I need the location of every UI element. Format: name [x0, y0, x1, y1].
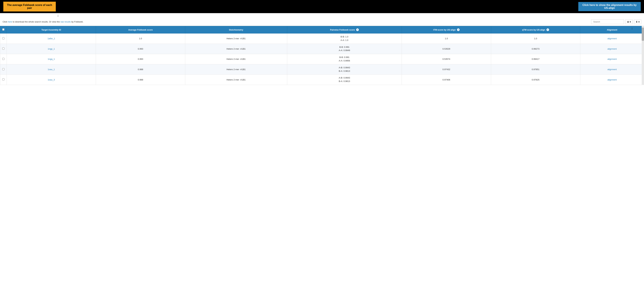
cell-stoich: Hetero 2-mer -A1B1 [185, 34, 287, 44]
download-icon: ⬇ [636, 20, 638, 23]
table-row: 1ngq_1 0.993 Hetero 2-mer -A1B1 B-B: 0.9… [0, 54, 644, 64]
grid-icon: ⊞ [627, 20, 629, 23]
cell-id: 1ngq_1 [7, 54, 96, 64]
cell-qtm: 0.97851 [491, 64, 580, 74]
arrow-to-avg: ↓ [57, 14, 59, 17]
header-stoich: Stoichiometry [185, 26, 287, 34]
cell-ttm: 0.97406 [402, 74, 491, 85]
cell-ttm: 1.0 [402, 34, 491, 44]
row-checkbox[interactable] [2, 48, 4, 50]
target-id-link[interactable]: 1ngq_1 [48, 58, 55, 60]
alignment-link[interactable]: alignment [608, 37, 616, 40]
tooltip-yellow: The average Foldseek score of each pair [3, 2, 56, 12]
download-button[interactable]: ⬇ ▾ [634, 20, 641, 24]
cell-avg: 0.988 [96, 74, 185, 85]
table-body: 1a6w_1 1.0 Hetero 2-mer -A1B1 B-B: 1.0 A… [0, 34, 644, 85]
header-checkbox [0, 26, 7, 34]
download-link[interactable]: here [8, 20, 12, 23]
cell-qtm: 0.99417 [491, 54, 580, 64]
header-alignment: Alignment [580, 26, 644, 34]
cell-stoich: Hetero 2-mer -A1B1 [185, 54, 287, 64]
search-input[interactable] [591, 20, 624, 24]
cell-id: 1oau_3 [7, 74, 96, 85]
chevron-down-icon: ▾ [630, 20, 631, 23]
header-avg-score: Average Foldseek score [96, 26, 185, 34]
pairwise-line2: A-A: 0.9949 [289, 49, 400, 52]
cell-alignment: alignment [580, 64, 644, 74]
cell-pairwise: A-B: 0.9943 B-A: 0.9813 [287, 74, 402, 85]
cell-avg: 0.988 [96, 64, 185, 74]
alignment-link[interactable]: alignment [608, 48, 616, 50]
pairwise-line1: B-B: 0.991 [289, 46, 400, 49]
cell-avg: 0.993 [96, 44, 185, 54]
pairwise-line1: A-B: 0.9943 [289, 66, 400, 70]
pairwise-line2: B-A: 0.9813 [289, 80, 400, 83]
cell-pairwise: B-B: 0.991 A-A: 0.9949 [287, 44, 402, 54]
toolbar-controls: ⊞ ▾ ⬇ ▾ [591, 20, 641, 24]
row-checkbox-cell [0, 34, 7, 44]
cell-ttm: 0.53574 [402, 54, 491, 64]
toolbar-info: Click here to download the whole search … [3, 20, 84, 23]
cell-stoich: Hetero 2-mer -A1B1 [185, 44, 287, 54]
grid-view-button[interactable]: ⊞ ▾ [625, 20, 633, 24]
table-row: 1ngp_1 0.993 Hetero 2-mer -A1B1 B-B: 0.9… [0, 44, 644, 54]
target-id-link[interactable]: 1oau_1 [48, 68, 55, 70]
pairwise-line1: A-B: 0.9943 [289, 76, 400, 80]
row-checkbox[interactable] [2, 58, 4, 60]
table-row: 1a6w_1 1.0 Hetero 2-mer -A1B1 B-B: 1.0 A… [0, 34, 644, 44]
row-checkbox[interactable] [2, 78, 4, 80]
table-header: Target Assembly ID Average Foldseek scor… [0, 26, 644, 34]
header-qtm: qTM-score by US-align ? [491, 26, 580, 34]
row-checkbox-cell [0, 64, 7, 74]
results-table-container: Target Assembly ID Average Foldseek scor… [0, 26, 644, 85]
qtm-help-icon[interactable]: ? [546, 28, 549, 31]
target-id-link[interactable]: 1oau_3 [48, 78, 55, 81]
header-ttm: tTM-score by US-align ? [402, 26, 491, 34]
ttm-help-icon[interactable]: ? [457, 28, 460, 31]
cell-alignment: alignment [580, 44, 644, 54]
cell-id: 1ngp_1 [7, 44, 96, 54]
cell-avg: 1.0 [96, 34, 185, 44]
cell-qtm: 0.97825 [491, 74, 580, 85]
header-target-id: Target Assembly ID [7, 26, 96, 34]
cell-id: 1oau_1 [7, 64, 96, 74]
header-pairwise: Pairwise Foldseek score ? [287, 26, 402, 34]
cell-stoich: Hetero 2-mer -A1B1 [185, 74, 287, 85]
top-bar: The average Foldseek score of each pair … [0, 0, 644, 13]
row-checkbox[interactable] [2, 37, 4, 40]
pairwise-line1: B-B: 0.991 [289, 56, 400, 59]
scrollbar-track[interactable] [642, 26, 644, 85]
chevron-down-icon-2: ▾ [638, 20, 640, 23]
select-all-checkbox[interactable] [2, 28, 4, 30]
cell-alignment: alignment [580, 74, 644, 85]
pairwise-line2: A-A: 0.9956 [289, 59, 400, 62]
row-checkbox-cell [0, 74, 7, 85]
row-checkbox-cell [0, 54, 7, 64]
arrow-to-alignment: ↓ [631, 26, 633, 30]
scrollbar-thumb[interactable] [642, 28, 644, 41]
row-checkbox-cell [0, 44, 7, 54]
table-row: 1oau_1 0.988 Hetero 2-mer -A1B1 A-B: 0.9… [0, 64, 644, 74]
cell-id: 1a6w_1 [7, 34, 96, 44]
tooltip-blue[interactable]: Click here to show the alignment results… [578, 2, 641, 11]
cell-ttm: 0.53529 [402, 44, 491, 54]
cell-alignment: alignment [580, 34, 644, 44]
row-checkbox[interactable] [2, 68, 4, 70]
cell-ttm: 0.97432 [402, 64, 491, 74]
cell-avg: 0.993 [96, 54, 185, 64]
cell-stoich: Hetero 2-mer -A1B1 [185, 64, 287, 74]
cell-pairwise: B-B: 0.991 A-A: 0.9956 [287, 54, 402, 64]
cell-pairwise: A-B: 0.9943 B-A: 0.9813 [287, 64, 402, 74]
cell-alignment: alignment [580, 54, 644, 64]
raw-results-link[interactable]: raw results [60, 20, 71, 23]
target-id-link[interactable]: 1ngp_1 [48, 48, 55, 50]
target-id-link[interactable]: 1a6w_1 [48, 37, 55, 40]
alignment-link[interactable]: alignment [608, 68, 616, 70]
pairwise-help-icon[interactable]: ? [356, 28, 359, 31]
pairwise-line2: B-A: 0.9813 [289, 70, 400, 73]
alignment-link[interactable]: alignment [608, 78, 616, 81]
toolbar: Click here to download the whole search … [0, 18, 644, 26]
cell-qtm: 0.99273 [491, 44, 580, 54]
cell-pairwise: B-B: 1.0 A-A: 1.0 [287, 34, 402, 44]
alignment-link[interactable]: alignment [608, 58, 616, 60]
